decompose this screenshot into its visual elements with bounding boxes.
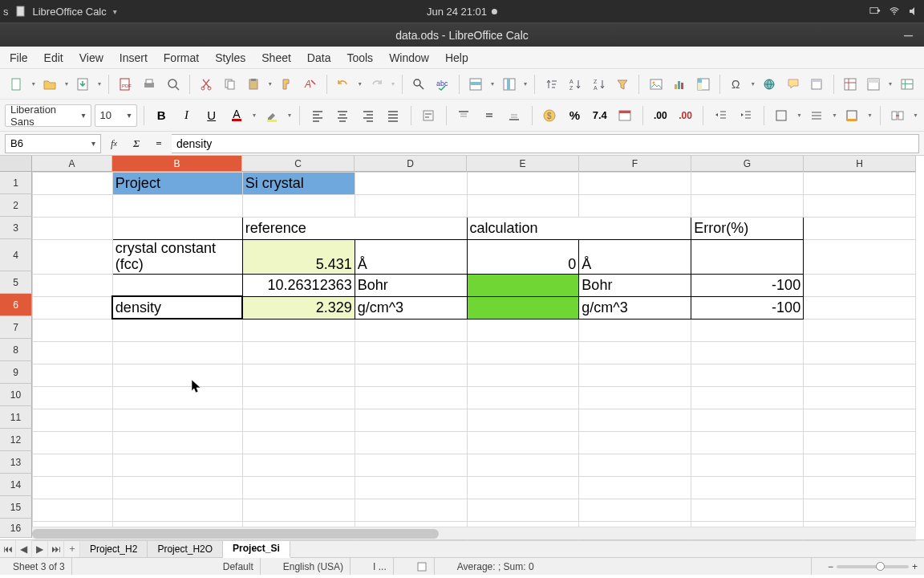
cell-B3[interactable] [112, 218, 242, 240]
valign-top-button[interactable] [453, 104, 475, 127]
cell-D9[interactable] [355, 364, 467, 386]
column-header-A[interactable]: A [32, 156, 112, 172]
cell-A13[interactable] [33, 454, 113, 476]
status-doc-mode[interactable] [410, 558, 435, 575]
clone-format-button[interactable] [276, 73, 298, 96]
menu-format[interactable]: Format [156, 47, 207, 68]
cell-E3[interactable]: calculation [467, 218, 691, 240]
cell-H6[interactable] [804, 296, 916, 319]
hyperlink-button[interactable] [759, 73, 780, 96]
align-center-button[interactable] [332, 104, 354, 127]
cell-C11[interactable] [242, 409, 355, 431]
cell-G1[interactable] [691, 173, 804, 195]
cell-G8[interactable] [691, 341, 804, 364]
cell-E5[interactable] [467, 274, 579, 296]
dropdown-icon[interactable]: ▾ [866, 104, 873, 127]
row-header-13[interactable]: 13 [0, 451, 32, 474]
cell-D4[interactable]: Å [355, 240, 467, 275]
cell-A15[interactable] [33, 499, 113, 521]
chart-button[interactable] [669, 73, 691, 96]
cell-D1[interactable] [355, 173, 467, 195]
find-button[interactable] [408, 73, 430, 96]
menu-sheet[interactable]: Sheet [253, 47, 299, 68]
dropdown-icon[interactable]: ▾ [286, 104, 294, 127]
cell-B9[interactable] [112, 364, 242, 386]
highlight-color-button[interactable] [261, 104, 282, 127]
cell-E15[interactable] [467, 499, 579, 521]
row-header-9[interactable]: 9 [0, 361, 32, 384]
cell-F7[interactable] [579, 319, 691, 341]
cell-E12[interactable] [467, 431, 579, 454]
dropdown-icon[interactable]: ▾ [357, 73, 364, 96]
underline-button[interactable]: U [201, 104, 222, 127]
cell-D15[interactable] [355, 499, 467, 521]
cell-C12[interactable] [242, 431, 355, 454]
row-headers[interactable]: 12345678910111213141516 [0, 172, 32, 538]
clear-format-button[interactable]: A [300, 73, 322, 96]
dropdown-icon[interactable]: ▾ [63, 73, 71, 96]
row-header-5[interactable]: 5 [0, 271, 32, 294]
bold-button[interactable]: B [151, 104, 172, 127]
cell-G4[interactable] [691, 240, 804, 275]
dropdown-icon[interactable]: ▾ [390, 73, 397, 96]
cell-D2[interactable] [355, 195, 467, 218]
screencast-icon[interactable] [869, 6, 881, 17]
cell-G10[interactable] [691, 386, 804, 409]
status-style[interactable]: Default [217, 558, 261, 575]
column-button[interactable] [498, 73, 520, 96]
sort-asc-button[interactable] [541, 73, 562, 96]
cell-B14[interactable] [112, 476, 242, 499]
cell-B7[interactable] [112, 319, 242, 341]
cell-F15[interactable] [579, 499, 691, 521]
cell-E8[interactable] [467, 341, 579, 364]
row-header-8[interactable]: 8 [0, 339, 32, 361]
number-format-button[interactable]: 7.4 [589, 104, 610, 127]
freeze-button[interactable] [840, 73, 861, 96]
cell-E4[interactable]: 0 [467, 240, 579, 275]
cell-H9[interactable] [804, 364, 916, 386]
appmenu-label[interactable]: LibreOffice Calc [33, 6, 107, 18]
cell-H12[interactable] [804, 431, 916, 454]
undo-button[interactable] [333, 73, 355, 96]
cell-B11[interactable] [112, 409, 242, 431]
cell-F10[interactable] [579, 386, 691, 409]
border-style-button[interactable] [806, 104, 828, 127]
cell-G5[interactable]: -100 [691, 274, 804, 296]
menu-help[interactable]: Help [437, 47, 476, 68]
cell-E9[interactable] [467, 364, 579, 386]
cell-E6[interactable] [467, 296, 579, 319]
wrap-text-button[interactable] [418, 104, 440, 127]
column-header-G[interactable]: G [691, 156, 804, 172]
cell-G14[interactable] [691, 476, 804, 499]
cell-C14[interactable] [242, 476, 355, 499]
italic-button[interactable]: I [176, 104, 197, 127]
row-header-15[interactable]: 15 [0, 496, 32, 519]
cell-A14[interactable] [33, 476, 113, 499]
cell-E14[interactable] [467, 476, 579, 499]
dropdown-icon[interactable]: ▾ [30, 73, 38, 96]
formula-button[interactable]: = [149, 134, 168, 153]
dropdown-icon[interactable]: ▾ [887, 73, 894, 96]
column-header-E[interactable]: E [467, 156, 579, 172]
new-doc-button[interactable] [6, 73, 28, 96]
cell-H2[interactable] [804, 195, 916, 218]
row-button[interactable] [465, 73, 487, 96]
cell-D10[interactable] [355, 386, 467, 409]
pivot-button[interactable] [693, 73, 715, 96]
cell-F4[interactable]: Å [579, 240, 691, 275]
special-char-button[interactable]: Ω [726, 73, 748, 96]
open-button[interactable] [39, 73, 61, 96]
row-header-2[interactable]: 2 [0, 194, 32, 217]
row-header-3[interactable]: 3 [0, 217, 32, 239]
name-box[interactable]: B6▾ [5, 134, 101, 153]
image-button[interactable] [645, 73, 667, 96]
cell-H13[interactable] [804, 454, 916, 476]
autofilter-button[interactable]: ZA [588, 73, 610, 96]
font-color-button[interactable]: A [225, 104, 247, 127]
menu-insert[interactable]: Insert [111, 47, 156, 68]
cell-A3[interactable] [33, 218, 113, 240]
status-summary[interactable]: Average: ; Sum: 0 [451, 558, 812, 575]
redo-button[interactable] [366, 73, 387, 96]
dropdown-icon[interactable]: ▾ [251, 104, 258, 127]
cell-D12[interactable] [355, 431, 467, 454]
